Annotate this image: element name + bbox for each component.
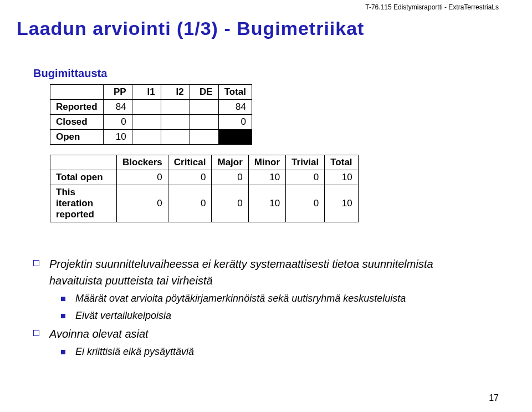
bullet-text: Avoinna olevat asiat	[49, 325, 149, 342]
table-header-row: Blockers Critical Major Minor Trivial To…	[50, 155, 359, 170]
col-major: Major	[212, 155, 248, 170]
list-item: Avoinna olevat asiat	[33, 325, 499, 342]
bullet-text: Ei kriittisiä eikä pysäyttäviä	[75, 344, 194, 359]
cell	[132, 115, 161, 130]
bullet-icon	[61, 297, 65, 301]
cell: 0	[117, 185, 168, 222]
col-minor: Minor	[248, 155, 285, 170]
cell	[161, 100, 190, 115]
cell: 0	[168, 185, 212, 222]
list-item: Projektin suunnitteluvaiheessa ei kerätt…	[33, 256, 499, 289]
bullet-text: Eivät vertailukelpoisia	[75, 308, 171, 323]
bullet-icon	[33, 330, 39, 336]
bullet-text: Projektin suunnitteluvaiheessa ei kerätt…	[49, 256, 482, 289]
section-heading: Bugimittausta	[33, 67, 499, 80]
table-row: Reported 84 84	[50, 100, 252, 115]
cell: 0	[212, 185, 248, 222]
col-pp: PP	[103, 85, 132, 100]
cell: 0	[286, 170, 325, 185]
table-header-row: PP I1 I2 DE Total	[50, 85, 252, 100]
cell	[161, 115, 190, 130]
col-critical: Critical	[168, 155, 212, 170]
cell: 10	[325, 185, 358, 222]
col-total: Total	[218, 85, 252, 100]
bullet-text: Määrät ovat arvioita pöytäkirjamerkinnöi…	[75, 291, 406, 306]
cell	[132, 130, 161, 145]
col-blank	[50, 155, 117, 170]
col-trivial: Trivial	[286, 155, 325, 170]
bullet-icon	[33, 260, 39, 266]
cell-black	[218, 130, 252, 145]
page-title: Laadun arviointi (1/3) - Bugimetriikat	[17, 18, 499, 39]
bug-severity-table: Blockers Critical Major Minor Trivial To…	[50, 155, 359, 222]
cell: 0	[103, 115, 132, 130]
row-label: Closed	[50, 115, 104, 130]
col-blank	[50, 85, 104, 100]
cell: 0	[168, 170, 212, 185]
col-de: DE	[190, 85, 218, 100]
cell: 84	[218, 100, 252, 115]
cell: 0	[117, 170, 168, 185]
cell: 0	[286, 185, 325, 222]
bullet-icon	[61, 350, 65, 354]
list-item: Määrät ovat arvioita pöytäkirjamerkinnöi…	[61, 291, 499, 306]
row-label: Reported	[50, 100, 104, 115]
cell: 0	[212, 170, 248, 185]
table-row: Total open 0 0 0 10 0 10	[50, 170, 359, 185]
cell: 10	[325, 170, 358, 185]
col-i1: I1	[132, 85, 161, 100]
header-course: T-76.115 Edistymisraportti - ExtraTerres…	[17, 3, 499, 11]
list-item: Ei kriittisiä eikä pysäyttäviä	[61, 344, 499, 359]
cell: 84	[103, 100, 132, 115]
table-row: Closed 0 0	[50, 115, 252, 130]
cell	[190, 130, 218, 145]
col-total: Total	[325, 155, 358, 170]
list-item: Eivät vertailukelpoisia	[61, 308, 499, 323]
cell: 0	[218, 115, 252, 130]
bug-counts-table: PP I1 I2 DE Total Reported 84 84 Closed …	[50, 84, 252, 145]
cell: 10	[248, 170, 285, 185]
cell	[190, 100, 218, 115]
bullet-icon	[61, 314, 65, 318]
table-row: This iteration reported 0 0 0 10 0 10	[50, 185, 359, 222]
cell: 10	[248, 185, 285, 222]
col-blockers: Blockers	[117, 155, 168, 170]
row-label: Open	[50, 130, 104, 145]
row-label: This iteration reported	[50, 185, 117, 222]
page-number: 17	[489, 393, 499, 403]
col-i2: I2	[161, 85, 190, 100]
cell	[190, 115, 218, 130]
cell: 10	[103, 130, 132, 145]
bullet-list: Projektin suunnitteluvaiheessa ei kerätt…	[33, 256, 499, 359]
cell	[132, 100, 161, 115]
cell	[161, 130, 190, 145]
row-label: Total open	[50, 170, 117, 185]
table-row: Open 10	[50, 130, 252, 145]
